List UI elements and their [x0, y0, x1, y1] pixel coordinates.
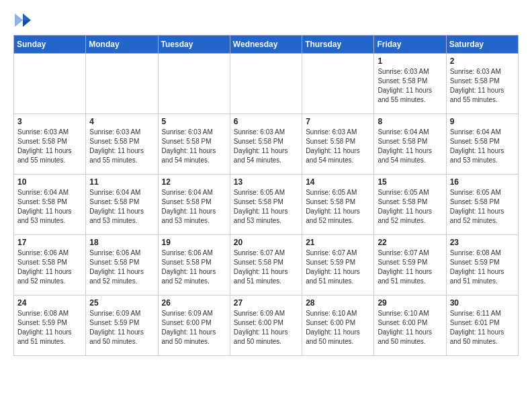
- calendar-week-2: 3Sunrise: 6:03 AMSunset: 5:58 PMDaylight…: [14, 114, 519, 175]
- day-number: 28: [306, 298, 371, 308]
- calendar-cell: 23Sunrise: 6:08 AMSunset: 5:59 PMDayligh…: [446, 235, 518, 295]
- day-number: 27: [234, 298, 299, 308]
- calendar-cell: 27Sunrise: 6:09 AMSunset: 6:00 PMDayligh…: [230, 295, 302, 356]
- calendar-cell: 1Sunrise: 6:03 AMSunset: 5:58 PMDaylight…: [374, 54, 446, 114]
- day-number: 9: [450, 117, 515, 126]
- calendar-cell: 24Sunrise: 6:08 AMSunset: 5:59 PMDayligh…: [14, 295, 86, 356]
- calendar-cell: [230, 54, 302, 114]
- day-info: Sunrise: 6:04 AMSunset: 5:58 PMDaylight:…: [17, 188, 83, 226]
- day-info: Sunrise: 6:07 AMSunset: 5:59 PMDaylight:…: [306, 248, 371, 286]
- day-info: Sunrise: 6:05 AMSunset: 5:58 PMDaylight:…: [234, 188, 299, 226]
- day-number: 26: [162, 298, 227, 308]
- day-info: Sunrise: 6:05 AMSunset: 5:58 PMDaylight:…: [306, 188, 371, 226]
- calendar-cell: 21Sunrise: 6:07 AMSunset: 5:59 PMDayligh…: [302, 235, 374, 295]
- day-info: Sunrise: 6:03 AMSunset: 5:58 PMDaylight:…: [450, 67, 515, 105]
- weekday-header-tuesday: Tuesday: [158, 36, 230, 54]
- day-number: 18: [89, 238, 154, 247]
- calendar-cell: 29Sunrise: 6:10 AMSunset: 6:00 PMDayligh…: [374, 295, 446, 356]
- calendar-cell: 2Sunrise: 6:03 AMSunset: 5:58 PMDaylight…: [446, 54, 518, 114]
- day-number: 19: [162, 238, 227, 247]
- calendar-cell: 9Sunrise: 6:04 AMSunset: 5:58 PMDaylight…: [446, 114, 518, 175]
- logo-icon: [13, 11, 32, 30]
- weekday-header-thursday: Thursday: [302, 36, 374, 54]
- svg-marker-0: [23, 13, 31, 20]
- day-number: 12: [162, 177, 227, 187]
- weekday-header-sunday: Sunday: [14, 36, 86, 54]
- day-info: Sunrise: 6:06 AMSunset: 5:58 PMDaylight:…: [17, 248, 83, 286]
- calendar-week-1: 1Sunrise: 6:03 AMSunset: 5:58 PMDaylight…: [14, 54, 519, 114]
- weekday-header-friday: Friday: [374, 36, 446, 54]
- day-info: Sunrise: 6:06 AMSunset: 5:58 PMDaylight:…: [162, 248, 227, 286]
- day-number: 25: [89, 298, 154, 308]
- day-info: Sunrise: 6:03 AMSunset: 5:58 PMDaylight:…: [378, 67, 443, 105]
- calendar-cell: 11Sunrise: 6:04 AMSunset: 5:58 PMDayligh…: [86, 175, 158, 235]
- calendar-cell: 6Sunrise: 6:03 AMSunset: 5:58 PMDaylight…: [230, 114, 302, 175]
- weekday-row: SundayMondayTuesdayWednesdayThursdayFrid…: [14, 36, 519, 54]
- svg-marker-1: [23, 20, 31, 27]
- calendar-cell: 5Sunrise: 6:03 AMSunset: 5:58 PMDaylight…: [158, 114, 230, 175]
- calendar-cell: 13Sunrise: 6:05 AMSunset: 5:58 PMDayligh…: [230, 175, 302, 235]
- day-info: Sunrise: 6:10 AMSunset: 6:00 PMDaylight:…: [378, 309, 443, 347]
- day-info: Sunrise: 6:03 AMSunset: 5:58 PMDaylight:…: [306, 128, 371, 165]
- day-number: 11: [89, 177, 154, 187]
- calendar-cell: 4Sunrise: 6:03 AMSunset: 5:58 PMDaylight…: [86, 114, 158, 175]
- day-info: Sunrise: 6:08 AMSunset: 5:59 PMDaylight:…: [450, 248, 515, 286]
- calendar-cell: 15Sunrise: 6:05 AMSunset: 5:58 PMDayligh…: [374, 175, 446, 235]
- calendar-cell: [86, 54, 158, 114]
- day-info: Sunrise: 6:09 AMSunset: 5:59 PMDaylight:…: [89, 309, 154, 347]
- day-info: Sunrise: 6:10 AMSunset: 6:00 PMDaylight:…: [306, 309, 371, 347]
- day-number: 4: [89, 117, 154, 126]
- day-info: Sunrise: 6:04 AMSunset: 5:58 PMDaylight:…: [162, 188, 227, 226]
- day-number: 23: [450, 238, 515, 247]
- day-number: 22: [378, 238, 443, 247]
- day-info: Sunrise: 6:03 AMSunset: 5:58 PMDaylight:…: [17, 128, 83, 165]
- day-info: Sunrise: 6:03 AMSunset: 5:58 PMDaylight:…: [89, 128, 154, 165]
- calendar-cell: 20Sunrise: 6:07 AMSunset: 5:58 PMDayligh…: [230, 235, 302, 295]
- day-number: 16: [450, 177, 515, 187]
- day-number: 24: [17, 298, 83, 308]
- day-info: Sunrise: 6:06 AMSunset: 5:58 PMDaylight:…: [89, 248, 154, 286]
- day-number: 3: [17, 117, 83, 126]
- calendar-cell: 14Sunrise: 6:05 AMSunset: 5:58 PMDayligh…: [302, 175, 374, 235]
- day-info: Sunrise: 6:07 AMSunset: 5:58 PMDaylight:…: [234, 248, 299, 286]
- calendar-cell: 8Sunrise: 6:04 AMSunset: 5:58 PMDaylight…: [374, 114, 446, 175]
- day-info: Sunrise: 6:05 AMSunset: 5:58 PMDaylight:…: [450, 188, 515, 226]
- day-info: Sunrise: 6:09 AMSunset: 6:00 PMDaylight:…: [162, 309, 227, 347]
- day-info: Sunrise: 6:04 AMSunset: 5:58 PMDaylight:…: [378, 128, 443, 165]
- day-number: 13: [234, 177, 299, 187]
- calendar-cell: 28Sunrise: 6:10 AMSunset: 6:00 PMDayligh…: [302, 295, 374, 356]
- day-number: 14: [306, 177, 371, 187]
- day-info: Sunrise: 6:09 AMSunset: 6:00 PMDaylight:…: [234, 309, 299, 347]
- calendar-cell: 18Sunrise: 6:06 AMSunset: 5:58 PMDayligh…: [86, 235, 158, 295]
- calendar-cell: [302, 54, 374, 114]
- day-info: Sunrise: 6:08 AMSunset: 5:59 PMDaylight:…: [17, 309, 83, 347]
- day-info: Sunrise: 6:03 AMSunset: 5:58 PMDaylight:…: [234, 128, 299, 165]
- calendar-cell: 25Sunrise: 6:09 AMSunset: 5:59 PMDayligh…: [86, 295, 158, 356]
- day-number: 8: [378, 117, 443, 126]
- day-number: 29: [378, 298, 443, 308]
- calendar-cell: 16Sunrise: 6:05 AMSunset: 5:58 PMDayligh…: [446, 175, 518, 235]
- day-number: 1: [378, 56, 443, 66]
- day-info: Sunrise: 6:05 AMSunset: 5:58 PMDaylight:…: [378, 188, 443, 226]
- day-number: 20: [234, 238, 299, 247]
- weekday-header-wednesday: Wednesday: [230, 36, 302, 54]
- day-number: 21: [306, 238, 371, 247]
- calendar-cell: 26Sunrise: 6:09 AMSunset: 6:00 PMDayligh…: [158, 295, 230, 356]
- calendar-header: SundayMondayTuesdayWednesdayThursdayFrid…: [14, 36, 519, 54]
- calendar-cell: 19Sunrise: 6:06 AMSunset: 5:58 PMDayligh…: [158, 235, 230, 295]
- page-header: [13, 11, 519, 30]
- calendar-cell: 7Sunrise: 6:03 AMSunset: 5:58 PMDaylight…: [302, 114, 374, 175]
- day-number: 6: [234, 117, 299, 126]
- calendar-cell: 3Sunrise: 6:03 AMSunset: 5:58 PMDaylight…: [14, 114, 86, 175]
- day-info: Sunrise: 6:04 AMSunset: 5:58 PMDaylight:…: [450, 128, 515, 165]
- day-number: 5: [162, 117, 227, 126]
- logo: [13, 11, 35, 30]
- calendar-cell: 17Sunrise: 6:06 AMSunset: 5:58 PMDayligh…: [14, 235, 86, 295]
- day-number: 10: [17, 177, 83, 187]
- calendar-body: 1Sunrise: 6:03 AMSunset: 5:58 PMDaylight…: [14, 54, 519, 356]
- calendar-cell: 30Sunrise: 6:11 AMSunset: 6:01 PMDayligh…: [446, 295, 518, 356]
- calendar-cell: 12Sunrise: 6:04 AMSunset: 5:58 PMDayligh…: [158, 175, 230, 235]
- day-number: 15: [378, 177, 443, 187]
- calendar-table: SundayMondayTuesdayWednesdayThursdayFrid…: [13, 35, 519, 356]
- calendar-cell: 10Sunrise: 6:04 AMSunset: 5:58 PMDayligh…: [14, 175, 86, 235]
